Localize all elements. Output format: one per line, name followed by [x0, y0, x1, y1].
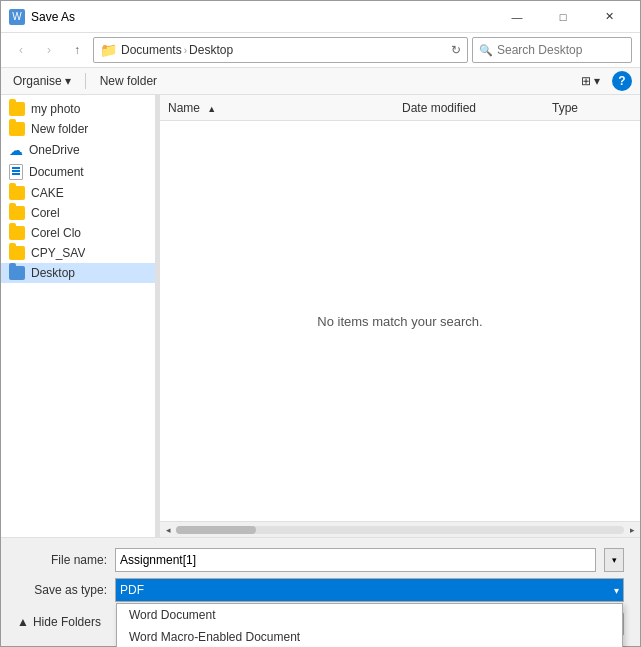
main-content: my photo New folder ☁ OneDrive Document …: [1, 95, 640, 537]
sidebar-label: Desktop: [31, 266, 75, 280]
sidebar-item-newfolder[interactable]: New folder: [1, 119, 155, 139]
window-icon: W: [9, 9, 25, 25]
sidebar-item-onedrive[interactable]: ☁ OneDrive: [1, 139, 155, 161]
sidebar-label: CAKE: [31, 186, 64, 200]
sidebar-item-corel[interactable]: Corel: [1, 203, 155, 223]
minimize-button[interactable]: —: [494, 4, 540, 30]
sidebar-label: Corel Clo: [31, 226, 81, 240]
view-icon: ⊞: [581, 74, 591, 88]
sidebar-label: Corel: [31, 206, 60, 220]
cloud-icon: ☁: [9, 142, 23, 158]
search-input[interactable]: [497, 43, 625, 57]
sidebar-item-cake[interactable]: CAKE: [1, 183, 155, 203]
back-button[interactable]: ‹: [9, 38, 33, 62]
file-list: Name ▲ Date modified Type No items match…: [160, 95, 640, 537]
hide-folders-icon: ▲: [17, 615, 29, 629]
organise-arrow-icon: ▾: [65, 74, 71, 88]
scrollbar-thumb[interactable]: [176, 526, 256, 534]
col-type-header[interactable]: Type: [552, 101, 632, 115]
folder-icon: [9, 246, 25, 260]
sidebar-label: my photo: [31, 102, 80, 116]
close-button[interactable]: ✕: [586, 4, 632, 30]
folder-icon: [9, 122, 25, 136]
folder-icon: [9, 102, 25, 116]
scroll-right-arrow[interactable]: ▸: [624, 522, 640, 538]
forward-button[interactable]: ›: [37, 38, 61, 62]
folder-icon: [9, 206, 25, 220]
hide-folders-label: Hide Folders: [33, 615, 101, 629]
refresh-button[interactable]: ↻: [451, 43, 461, 57]
folder-icon-blue: [9, 266, 25, 280]
organise-toolbar: Organise ▾ New folder ⊞ ▾ ?: [1, 68, 640, 95]
savetype-dropdown[interactable]: PDF ▾ Word Document Word Macro-Enabled D…: [115, 578, 624, 602]
savetype-row: Save as type: PDF ▾ Word Document Word M…: [17, 578, 624, 602]
up-button[interactable]: ↑: [65, 38, 89, 62]
scroll-left-arrow[interactable]: ◂: [160, 522, 176, 538]
dropdown-item-word-macro[interactable]: Word Macro-Enabled Document: [117, 626, 622, 647]
sidebar-item-desktop[interactable]: Desktop: [1, 263, 155, 283]
filename-dropdown-btn[interactable]: ▾: [604, 548, 624, 572]
breadcrumb: Documents › Desktop: [121, 43, 233, 57]
breadcrumb-desktop[interactable]: Desktop: [189, 43, 233, 57]
breadcrumb-sep1: ›: [184, 45, 187, 56]
search-box[interactable]: 🔍: [472, 37, 632, 63]
bottom-form: File name: ▾ Save as type: PDF ▾ Word Do…: [1, 537, 640, 646]
horizontal-scrollbar[interactable]: ◂ ▸: [160, 521, 640, 537]
savetype-arrow-icon: ▾: [614, 585, 619, 596]
savetype-dropdown-menu: Word Document Word Macro-Enabled Documen…: [116, 603, 623, 647]
maximize-button[interactable]: □: [540, 4, 586, 30]
title-controls: — □ ✕: [494, 4, 632, 30]
organise-button[interactable]: Organise ▾: [9, 72, 75, 90]
col-date-header[interactable]: Date modified: [402, 101, 552, 115]
doc-icon: [9, 164, 23, 180]
breadcrumb-documents[interactable]: Documents: [121, 43, 182, 57]
savetype-label: Save as type:: [17, 583, 107, 597]
address-toolbar: ‹ › ↑ 📁 Documents › Desktop ↻ 🔍: [1, 33, 640, 68]
view-arrow-icon: ▾: [594, 74, 600, 88]
file-list-header: Name ▲ Date modified Type: [160, 95, 640, 121]
empty-message: No items match your search.: [160, 121, 640, 521]
savetype-value: PDF: [120, 583, 144, 597]
sidebar-item-cpysav[interactable]: CPY_SAV: [1, 243, 155, 263]
filename-row: File name: ▾: [17, 548, 624, 572]
sidebar: my photo New folder ☁ OneDrive Document …: [1, 95, 156, 537]
sidebar-item-myphoto[interactable]: my photo: [1, 99, 155, 119]
new-folder-button[interactable]: New folder: [96, 72, 161, 90]
sidebar-label: OneDrive: [29, 143, 80, 157]
sidebar-item-corelclo[interactable]: Corel Clo: [1, 223, 155, 243]
help-button[interactable]: ?: [612, 71, 632, 91]
toolbar-separator: [85, 73, 86, 89]
sort-arrow-icon: ▲: [207, 104, 216, 114]
save-as-dialog: W Save As — □ ✕ ‹ › ↑ 📁 Documents › Desk…: [0, 0, 641, 647]
sidebar-item-document[interactable]: Document: [1, 161, 155, 183]
sidebar-label: Document: [29, 165, 84, 179]
search-icon: 🔍: [479, 44, 493, 57]
window-title: Save As: [31, 10, 75, 24]
title-bar: W Save As — □ ✕: [1, 1, 640, 33]
folder-icon: [9, 226, 25, 240]
folder-icon: [9, 186, 25, 200]
sidebar-label: New folder: [31, 122, 88, 136]
dropdown-item-word-doc[interactable]: Word Document: [117, 604, 622, 626]
view-button[interactable]: ⊞ ▾: [577, 72, 604, 90]
address-bar[interactable]: 📁 Documents › Desktop ↻: [93, 37, 468, 63]
hide-folders-btn[interactable]: ▲ Hide Folders: [17, 615, 101, 629]
filename-input[interactable]: [115, 548, 596, 572]
col-name-header[interactable]: Name ▲: [168, 101, 402, 115]
filename-label: File name:: [17, 553, 107, 567]
sidebar-label: CPY_SAV: [31, 246, 85, 260]
